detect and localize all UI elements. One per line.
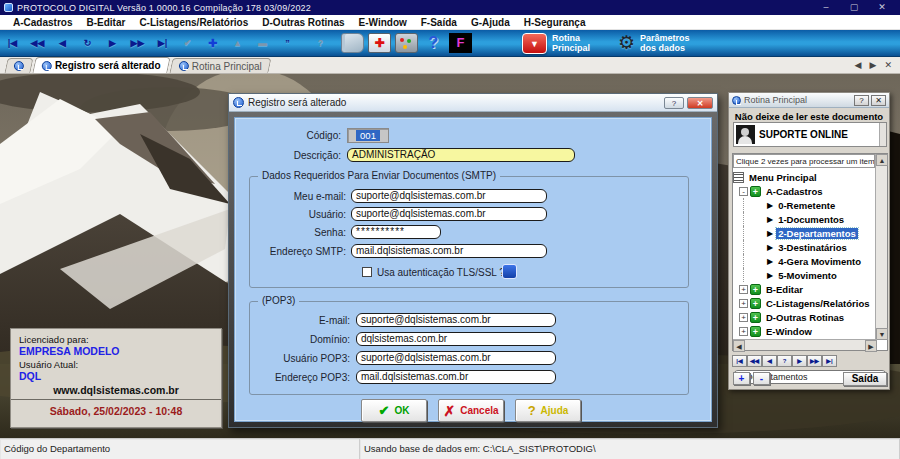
endereco-smtp-field[interactable]: mail.dqlsistemas.com.br — [351, 244, 547, 258]
gear-icon[interactable]: ⚙ — [618, 33, 635, 53]
menu-item-window[interactable]: E-Window — [352, 17, 414, 28]
endereco-pop3-field[interactable]: mail.dqlsistemas.com.br — [356, 370, 556, 384]
cancel-button[interactable]: ✗ Cancela — [438, 399, 504, 422]
dbnav-fast-forward-icon[interactable]: ▶▶ — [807, 355, 822, 367]
rotina-principal-button[interactable]: ▼ — [522, 33, 547, 54]
remove-button[interactable]: - — [753, 372, 770, 385]
tab-scroll-right-icon[interactable]: ▶ — [870, 60, 877, 70]
tree-item-d-outras-rotinas[interactable]: + + D-Outras Rotinas — [733, 310, 877, 324]
tree-item-5-movimento[interactable]: ▶ 5-Movimento — [733, 268, 877, 282]
close-button[interactable]: ✕ — [868, 0, 896, 15]
dialog-help-button[interactable]: ? — [664, 97, 684, 109]
nav-refresh-icon[interactable]: ↻ — [75, 38, 100, 48]
meu-email-field[interactable]: suporte@dqlsistemas.com.br — [351, 189, 547, 203]
menu-item-editar[interactable]: B-Editar — [79, 17, 132, 28]
scroll-right-icon[interactable]: ▶ — [865, 340, 877, 352]
nav-last-icon[interactable]: ▶| — [150, 38, 175, 48]
tree-horizontal-scrollbar[interactable]: ◀ ▶ — [733, 339, 877, 350]
list-scrollbar[interactable] — [879, 123, 886, 146]
nav-fast-back-icon[interactable]: ◀◀ — [25, 38, 50, 48]
expand-icon[interactable]: + — [739, 313, 748, 322]
menu-item-cadastros[interactable]: A-Cadastros — [6, 17, 79, 28]
edit-icon[interactable]: ▲ — [225, 38, 250, 48]
tree-item-1-documentos[interactable]: ▶ 1-Documentos — [733, 212, 877, 226]
delete-icon[interactable]: ▬ — [250, 38, 275, 48]
dialog-close-button[interactable]: ✕ — [687, 97, 713, 109]
dominio-field[interactable]: dqlsistemas.com.br — [356, 332, 556, 346]
dbnav-first-icon[interactable]: |◀ — [732, 355, 747, 367]
nav-back-icon[interactable]: ◀ — [50, 38, 75, 48]
add-button[interactable]: + — [733, 372, 750, 385]
help-3d-icon[interactable]: ? — [422, 33, 445, 53]
dbnav-last-icon[interactable]: ▶| — [822, 355, 837, 367]
ok-button[interactable]: ✔ OK — [361, 399, 427, 422]
tree-label: B-Editar — [764, 284, 805, 295]
expand-icon[interactable]: + — [739, 327, 748, 336]
toolbar: |◀ ◀◀ ◀ ↻ ▶ ▶▶ ▶| ✔ ✚ ▲ ▬ ” ? ✚ ? F ▼ Ro… — [0, 30, 900, 57]
address-book-icon[interactable] — [341, 33, 364, 53]
tls-help-icon[interactable] — [502, 264, 517, 279]
expand-icon[interactable]: + — [739, 285, 748, 294]
panel-close-button[interactable]: ✕ — [871, 95, 886, 106]
dbnav-help-icon[interactable]: ? — [777, 355, 792, 367]
saida-button[interactable]: Saída — [843, 372, 887, 386]
help-button[interactable]: ? Ajuda — [515, 399, 581, 422]
tab-icon-only[interactable] — [4, 58, 33, 73]
scroll-left-icon[interactable]: ◀ — [733, 340, 745, 352]
leaf-arrow-icon: ▶ — [767, 271, 773, 280]
scroll-down-icon[interactable]: ▼ — [876, 328, 888, 340]
menu-item-outras-rotinas[interactable]: D-Outras Rotinas — [255, 17, 351, 28]
tree-item-0-remetente[interactable]: ▶ 0-Remetente — [733, 198, 877, 212]
quotes-icon[interactable]: ” — [275, 38, 300, 48]
dialog-titlebar[interactable]: Registro será alterado ? ✕ — [229, 94, 717, 112]
tree-item-a-cadastros[interactable]: - + A-Cadastros — [733, 184, 877, 198]
tls-checkbox[interactable] — [362, 267, 372, 277]
nav-forward-icon[interactable]: ▶ — [100, 38, 125, 48]
parametros-label-line2: dos dados — [640, 43, 690, 53]
tree-label: D-Outras Rotinas — [764, 312, 846, 323]
maximize-button[interactable]: ▢ — [840, 0, 868, 15]
palette-settings-icon[interactable] — [395, 33, 418, 53]
usuario-pop3-field[interactable]: suporte@dqlsistemas.com.br — [356, 351, 556, 365]
insert-icon[interactable]: ✚ — [200, 37, 225, 50]
tree-item-2-departamentos[interactable]: ▶ 2-Departamentos — [733, 226, 877, 240]
tree-item-e-window[interactable]: + + E-Window — [733, 324, 877, 338]
dbnav-fast-back-icon[interactable]: ◀◀ — [747, 355, 762, 367]
collapse-icon[interactable]: - — [739, 187, 748, 196]
dbnav-forward-icon[interactable]: ▶ — [792, 355, 807, 367]
tree-item-menu-principal[interactable]: Menu Principal — [733, 170, 877, 184]
calendar-add-icon[interactable]: ✚ — [368, 33, 391, 53]
support-online-list[interactable]: SUPORTE ONLINE — [733, 122, 887, 147]
panel-titlebar[interactable]: Rotina Principal ? ✕ — [729, 93, 889, 108]
menu-item-listagens[interactable]: C-Listagens/Relatórios — [132, 17, 255, 28]
help-icon[interactable]: ? — [308, 38, 333, 48]
senha-field[interactable]: ********** — [351, 225, 441, 239]
tree-item-c-listagens[interactable]: + + C-Listagens/Relatórios — [733, 296, 877, 310]
menu-item-seguranca[interactable]: H-Segurança — [517, 17, 593, 28]
codigo-field[interactable]: 001 — [347, 128, 389, 143]
tab-registro-sera-alterado[interactable]: Registro será alterado — [32, 57, 170, 73]
panel-help-button[interactable]: ? — [854, 95, 869, 106]
nav-first-icon[interactable]: |◀ — [0, 38, 25, 48]
expand-icon[interactable]: + — [739, 299, 748, 308]
tree-item-b-editar[interactable]: + + B-Editar — [733, 282, 877, 296]
leaf-arrow-icon: ▶ — [767, 257, 773, 266]
pop3-email-field[interactable]: suporte@dqlsistemas.com.br — [356, 313, 556, 327]
smtp-groupbox: Dados Requeridos Para Enviar Documentos … — [249, 176, 689, 288]
confirm-icon[interactable]: ✔ — [175, 38, 200, 48]
dialog-body: Código: 001 Descrição: ADMINISTRAÇÃO Dad… — [234, 117, 712, 422]
db-navigator: |◀ ◀◀ ◀ ? ▶ ▶▶ ▶| — [732, 355, 837, 367]
tab-scroll-left-icon[interactable]: ◀ — [855, 60, 862, 70]
tree-item-4-gera-movimento[interactable]: ▶ 4-Gera Movimento — [733, 254, 877, 268]
tree-item-3-destinatarios[interactable]: ▶ 3-Destinatários — [733, 240, 877, 254]
menu-item-ajuda[interactable]: G-Ajuda — [464, 17, 517, 28]
scroll-up-icon[interactable]: ▲ — [876, 154, 888, 166]
descricao-field[interactable]: ADMINISTRAÇÃO — [347, 148, 575, 162]
usuario-field[interactable]: suporte@dqlsistemas.com.br — [351, 207, 547, 221]
nav-fast-forward-icon[interactable]: ▶▶ — [125, 38, 150, 48]
minimize-button[interactable]: – — [812, 0, 840, 15]
dbnav-back-icon[interactable]: ◀ — [762, 355, 777, 367]
tab-close-icon[interactable]: ✕ — [884, 60, 892, 70]
tab-rotina-principal[interactable]: Rotina Principal — [169, 58, 271, 73]
menu-item-saida[interactable]: F-Saída — [414, 17, 464, 28]
